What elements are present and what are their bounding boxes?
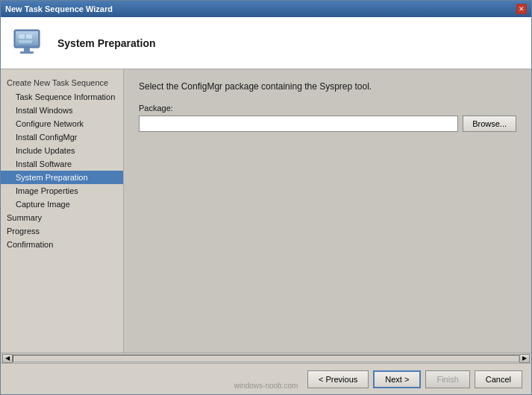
sidebar: Create New Task Sequence Task Sequence I… (1, 69, 124, 353)
sidebar-item-include-updates[interactable]: Include Updates (1, 144, 123, 157)
sidebar-item-install-configmgr[interactable]: Install ConfigMgr (1, 130, 123, 144)
browse-button[interactable]: Browse... (463, 116, 516, 132)
sidebar-item-install-software[interactable]: Install Software (1, 157, 123, 171)
sidebar-item-configure-network[interactable]: Configure Network (1, 117, 123, 130)
sidebar-item-image-properties[interactable]: Image Properties (1, 184, 123, 197)
header-panel: System Preparation (1, 17, 531, 69)
previous-button[interactable]: < Previous (307, 370, 369, 388)
content-area: Create New Task Sequence Task Sequence I… (1, 69, 531, 353)
sidebar-item-summary[interactable]: Summary (1, 211, 123, 224)
scroll-left-btn[interactable]: ◀ (2, 354, 13, 363)
scroll-right-btn[interactable]: ▶ (519, 354, 530, 363)
cancel-button[interactable]: Cancel (475, 370, 522, 388)
sidebar-item-confirmation[interactable]: Confirmation (1, 238, 123, 251)
package-label: Package: (139, 104, 516, 113)
scrollbar-area: ◀ ▶ (1, 353, 531, 363)
watermark: windows-noob.com (234, 382, 298, 390)
wizard-window: New Task Sequence Wizard ✕ (0, 0, 532, 395)
sidebar-item-system-preparation[interactable]: System Preparation (1, 171, 123, 184)
sidebar-top-label: Create New Task Sequence (1, 75, 123, 90)
scroll-track[interactable] (13, 355, 519, 362)
footer: < Previous Next > Finish Cancel windows-… (1, 363, 531, 394)
sidebar-item-capture-image[interactable]: Capture Image (1, 197, 123, 211)
sidebar-item-progress[interactable]: Progress (1, 224, 123, 238)
sidebar-item-install-windows[interactable]: Install Windows (1, 104, 123, 117)
main-panel: Select the ConfigMgr package containing … (124, 69, 531, 353)
svg-rect-3 (24, 48, 30, 51)
finish-button[interactable]: Finish (425, 370, 469, 388)
sidebar-item-task-sequence-information[interactable]: Task Sequence Information (1, 90, 123, 104)
close-button[interactable]: ✕ (516, 4, 527, 14)
svg-rect-7 (19, 40, 32, 43)
next-button[interactable]: Next > (373, 370, 421, 388)
title-bar: New Task Sequence Wizard ✕ (1, 1, 531, 17)
svg-rect-4 (20, 51, 34, 54)
header-title: System Preparation (57, 37, 156, 49)
window-title: New Task Sequence Wizard (5, 4, 113, 13)
main-description: Select the ConfigMgr package containing … (139, 81, 516, 92)
package-input[interactable] (139, 116, 458, 132)
package-field-row: Browse... (139, 116, 516, 132)
svg-rect-6 (26, 34, 32, 39)
svg-rect-5 (19, 34, 25, 39)
header-icon (11, 25, 47, 61)
